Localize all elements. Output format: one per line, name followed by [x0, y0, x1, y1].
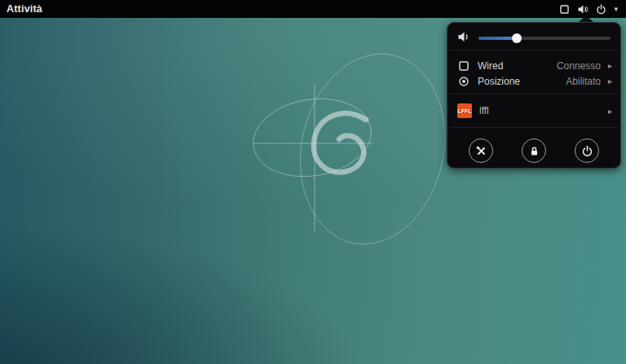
lock-icon [528, 145, 540, 157]
volume-slider-fill [478, 37, 517, 40]
menu-item-status: Abilitato [566, 76, 601, 87]
system-menu-popup: Wired Connesso ▸ Posizione Abilitato ▸ L… [447, 22, 621, 169]
submenu-arrow-icon: ▸ [601, 107, 612, 116]
avatar: LFFL [457, 103, 472, 118]
menu-item-label: Posizione [478, 76, 520, 87]
network-wired-icon [559, 4, 570, 15]
lock-button[interactable] [522, 138, 546, 163]
submenu-arrow-icon: ▸ [601, 62, 612, 70]
menu-item-user[interactable]: LFFL lffl ▸ [457, 100, 612, 121]
settings-button[interactable] [469, 138, 493, 163]
separator [449, 50, 619, 50]
power-icon [596, 4, 606, 15]
volume-icon [577, 4, 589, 15]
volume-row [457, 28, 611, 49]
top-bar: Attività ▾ [0, 0, 626, 18]
speaker-icon [457, 31, 470, 46]
desktop: Attività ▾ [0, 0, 626, 364]
power-icon [581, 145, 593, 157]
menu-item-wired[interactable]: Wired Connesso ▸ [457, 58, 612, 73]
caret-down-icon: ▾ [614, 5, 618, 13]
separator [449, 127, 619, 128]
settings-icon [475, 145, 487, 157]
location-icon [457, 76, 470, 87]
volume-slider[interactable] [478, 33, 611, 44]
network-wired-icon [457, 60, 470, 72]
activities-button[interactable]: Attività [7, 3, 42, 15]
system-actions-row [447, 138, 620, 163]
menu-item-label: Wired [478, 60, 503, 72]
volume-slider-knob[interactable] [512, 33, 522, 43]
menu-item-status: Connesso [557, 60, 601, 72]
submenu-arrow-icon: ▸ [601, 77, 612, 86]
separator [449, 94, 619, 94]
power-button[interactable] [575, 138, 599, 163]
username-label: lffl [479, 105, 489, 116]
menu-item-location[interactable]: Posizione Abilitato ▸ [457, 73, 612, 89]
